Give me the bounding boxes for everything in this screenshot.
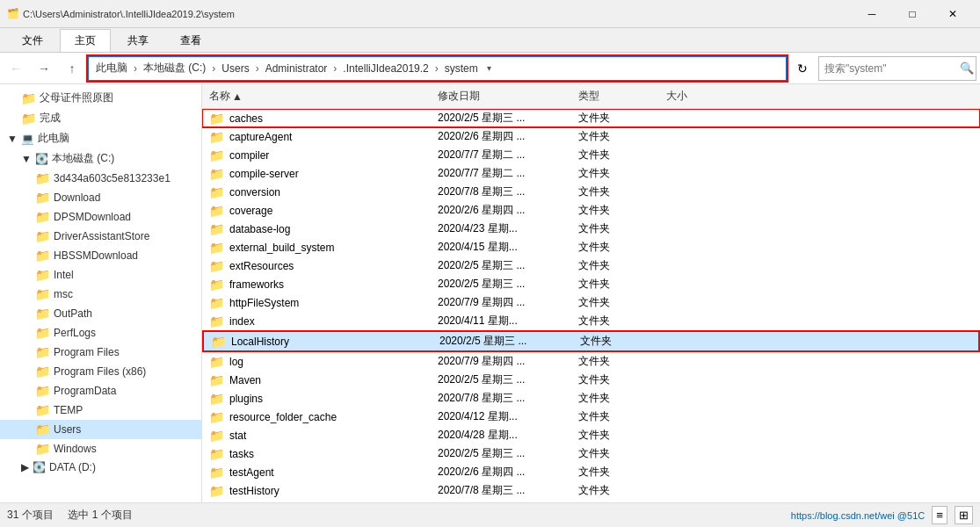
folder-icon: 📁 (209, 185, 224, 199)
back-button[interactable]: ← (4, 56, 28, 81)
sidebar-item-label: Download (54, 191, 100, 204)
tab-share[interactable]: 共享 (113, 29, 163, 52)
folder-icon: 📁 (35, 191, 50, 205)
sidebar-item-programfiles[interactable]: 📁 Program Files (0, 343, 201, 362)
file-row-plugins[interactable]: 📁 plugins 2020/7/8 星期三 ... 文件夹 (202, 389, 980, 408)
sidebar-item-label: 完成 (40, 111, 61, 126)
file-row-index[interactable]: 📁 index 2020/4/11 星期... 文件夹 (202, 312, 980, 330)
minimize-button[interactable]: ─ (852, 0, 892, 28)
file-row-Maven[interactable]: 📁 Maven 2020/2/5 星期三 ... 文件夹 (202, 371, 980, 389)
folder-icon: 📁 (35, 326, 50, 340)
sidebar-item-windows[interactable]: 📁 Windows (0, 439, 201, 458)
folder-icon: 📁 (35, 384, 50, 398)
breadcrumb-computer[interactable]: 此电脑 (92, 59, 131, 77)
file-row-external-build[interactable]: 📁 external_build_system 2020/4/15 星期... … (202, 238, 980, 256)
sidebar-item-label: ProgramData (54, 385, 116, 397)
file-row-extResources[interactable]: 📁 extResources 2020/2/5 星期三 ... 文件夹 (202, 256, 980, 275)
status-right: https://blog.csdn.net/wei @51C ≡ ⊞ (791, 506, 973, 524)
grid-view-button[interactable]: ⊞ (955, 506, 973, 524)
file-row-compile-server[interactable]: 📁 compile-server 2020/7/7 星期二 ... 文件夹 (202, 164, 980, 183)
folder-icon: 📁 (209, 466, 224, 480)
file-row-database-log[interactable]: 📁 database-log 2020/4/23 星期... 文件夹 (202, 220, 980, 238)
expand-arrow: ▼ (7, 133, 18, 145)
sidebar-item-intel[interactable]: 📁 Intel (0, 265, 201, 285)
list-view-button[interactable]: ≡ (932, 506, 947, 524)
sidebar-item-programfilesx86[interactable]: 📁 Program Files (x86) (0, 362, 201, 381)
file-row-conversion[interactable]: 📁 conversion 2020/7/8 星期三 ... 文件夹 (202, 183, 980, 201)
sidebar-item-local-c[interactable]: ▼ 💽 本地磁盘 (C:) (0, 148, 201, 169)
file-row-frameworks[interactable]: 📁 frameworks 2020/2/5 星期三 ... 文件夹 (202, 275, 980, 293)
col-header-date[interactable]: 修改日期 (431, 87, 571, 105)
breadcrumb-users[interactable]: Users (218, 61, 252, 76)
file-name-cell: 📁 testAgent (202, 466, 431, 480)
sidebar-item-data-d[interactable]: ▶ 💽 DATA (D:) (0, 458, 201, 476)
search-box[interactable]: 🔍 (818, 56, 976, 81)
file-row-resource-folder-cache[interactable]: 📁 resource_folder_cache 2020/4/12 星期... … (202, 408, 980, 426)
computer-icon: 💻 (21, 133, 34, 145)
breadcrumb-drive[interactable]: 本地磁盘 (C:) (140, 59, 209, 77)
maximize-button[interactable]: □ (892, 0, 933, 28)
file-row-testHistory[interactable]: 📁 testHistory 2020/7/8 星期三 ... 文件夹 (202, 481, 980, 500)
file-row-stat[interactable]: 📁 stat 2020/4/28 星期... 文件夹 (202, 426, 980, 444)
folder-icon: 📁 (209, 204, 224, 218)
forward-button[interactable]: → (32, 56, 56, 81)
sidebar-item-msc[interactable]: 📁 msc (0, 285, 201, 304)
tab-view[interactable]: 查看 (165, 29, 216, 52)
sidebar-item-dpsm[interactable]: 📁 DPSMDownload (0, 207, 201, 227)
address-bar[interactable]: 此电脑 › 本地磁盘 (C:) › Users › Administrator … (88, 56, 787, 81)
sidebar-item-label: TEMP (54, 404, 83, 416)
sidebar-item-programdata[interactable]: 📁 ProgramData (0, 381, 201, 401)
search-icon: 🔍 (960, 61, 974, 75)
sidebar-item-temp[interactable]: 📁 TEMP (0, 401, 201, 420)
file-row-log[interactable]: 📁 log 2020/7/9 星期四 ... 文件夹 (202, 352, 980, 371)
up-button[interactable]: ↑ (60, 56, 84, 81)
tab-home[interactable]: 主页 (60, 29, 111, 52)
file-name-cell: 📁 compile-server (202, 167, 431, 181)
file-row-httpFileSystem[interactable]: 📁 httpFileSystem 2020/7/9 星期四 ... 文件夹 (202, 293, 980, 312)
folder-icon: 📁 (209, 278, 224, 292)
col-header-size[interactable]: 大小 (659, 87, 980, 105)
breadcrumb-system[interactable]: system (441, 61, 482, 76)
file-row-testAgent[interactable]: 📁 testAgent 2020/2/6 星期四 ... 文件夹 (202, 463, 980, 481)
folder-icon: 📁 (35, 171, 50, 185)
sidebar-item-users[interactable]: 📁 Users (0, 420, 201, 439)
sidebar-item-label: 此电脑 (38, 131, 69, 146)
sidebar-item-hbssm[interactable]: 📁 HBSSMDownload (0, 246, 201, 265)
sidebar-item-label: Program Files (x86) (54, 365, 146, 378)
sidebar-item-perflogs[interactable]: 📁 PerfLogs (0, 323, 201, 343)
folder-icon: 📁 (209, 355, 224, 369)
title-bar-left: 🗂️ C:\Users\Administrator\.IntelliJIdea2… (7, 8, 235, 19)
file-name-cell: 📁 LocalHistory (204, 335, 432, 349)
file-row-tasks[interactable]: 📁 tasks 2020/2/5 星期三 ... 文件夹 (202, 444, 980, 463)
file-name-cell: 📁 resource_folder_cache (202, 410, 431, 424)
sidebar-item-label: Users (54, 423, 81, 436)
sidebar-item-thispc[interactable]: ▼ 💻 此电脑 (0, 128, 201, 148)
file-name-cell: 📁 testHistory (202, 484, 431, 498)
folder-icon: 📁 (209, 392, 224, 406)
close-button[interactable]: ✕ (933, 0, 973, 28)
file-name-cell: 📁 stat (202, 429, 431, 443)
breadcrumb-intellij[interactable]: .IntelliJIdea2019.2 (339, 61, 432, 76)
file-row-coverage[interactable]: 📁 coverage 2020/2/6 星期四 ... 文件夹 (202, 201, 980, 220)
refresh-button[interactable]: ↻ (790, 56, 815, 81)
file-row-captureAgent[interactable]: 📁 captureAgent 2020/2/6 星期四 ... 文件夹 (202, 127, 980, 146)
sidebar-item-download[interactable]: 📁 Download (0, 188, 201, 207)
col-header-type[interactable]: 类型 (571, 87, 659, 105)
expand-arrow: ▼ (21, 153, 32, 165)
file-name-cell: 📁 compiler (202, 148, 431, 162)
sidebar-item-done[interactable]: 📁 完成 (0, 108, 201, 128)
sidebar-item-outpath[interactable]: 📁 OutPath (0, 304, 201, 323)
folder-icon: 📁 (35, 403, 50, 417)
file-row-LocalHistory[interactable]: 📁 LocalHistory 2020/2/5 星期三 ... 文件夹 (202, 330, 980, 352)
sidebar-item-photos[interactable]: 📁 父母证件照原图 (0, 88, 201, 108)
file-row-caches[interactable]: 📁 caches 2020/2/5 星期三 ... 文件夹 (202, 109, 980, 127)
tab-file[interactable]: 文件 (7, 29, 58, 52)
sidebar-item-3d[interactable]: 📁 3d434a603c5e813233e1 (0, 169, 201, 188)
search-input[interactable] (824, 62, 956, 75)
sidebar-item-driver[interactable]: 📁 DriverAssistantStore (0, 227, 201, 246)
file-row-compiler[interactable]: 📁 compiler 2020/7/7 星期二 ... 文件夹 (202, 146, 980, 164)
address-chevron[interactable]: ▾ (487, 63, 491, 73)
breadcrumb-administrator[interactable]: Administrator (262, 61, 331, 76)
file-name-cell: 📁 conversion (202, 185, 431, 199)
col-header-name[interactable]: 名称 ▲ (202, 87, 431, 105)
